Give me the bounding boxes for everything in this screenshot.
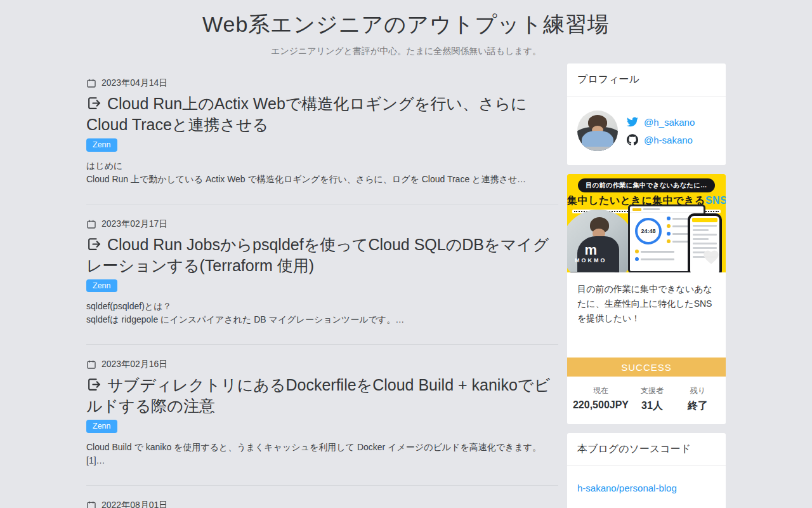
calendar-icon	[86, 359, 96, 370]
external-link-icon	[86, 377, 102, 396]
post-title-link[interactable]: サブディレクトリにあるDockerfileをCloud Build + kani…	[86, 375, 558, 415]
post-date: 2023年02月16日	[102, 359, 167, 370]
github-link[interactable]: @h-sakano	[627, 134, 695, 145]
posts-list: 2023年04月14日 Cloud Run上のActix Webで構造化ロギング…	[86, 64, 558, 508]
zenn-badge: Zenn	[86, 279, 117, 293]
post-title-link[interactable]: Cloud Run Jobsからpsqldefを使ってCloud SQLのDBを…	[86, 235, 558, 275]
post-item: 2023年02月17日 Cloud Run Jobsからpsqldefを使ってC…	[86, 204, 558, 345]
campaign-banner-image[interactable]: 目の前の作業に集中できないあなたに… 集中したいときに集中できるSNS MOKM…	[567, 174, 726, 272]
post-title-link[interactable]: Cloud Run上のActix Webで構造化ロギングを行い、さらにCloud…	[86, 94, 558, 134]
zenn-badge: Zenn	[86, 138, 117, 152]
source-heading: 本ブログのソースコード	[567, 433, 726, 466]
post-excerpt: はじめに Cloud Run 上で動かしている Actix Web で構造化ロギ…	[86, 159, 558, 186]
source-repo-link[interactable]: h-sakano/personal-blog	[577, 483, 677, 493]
page-title: Web系エンジニアのアウトプット練習場	[0, 10, 812, 39]
post-item: 2023年02月16日 サブディレクトリにあるDockerfileをCloud …	[86, 345, 558, 486]
excerpt-line: はじめに	[86, 159, 558, 173]
calendar-icon	[86, 78, 96, 88]
campaign-status-badge: SUCCESS	[567, 358, 726, 377]
avatar	[577, 110, 618, 151]
stat-remaining: 残り 終了	[675, 385, 721, 413]
campaign-stats: 現在 220,500JPY 支援者 31人 残り 終了	[567, 377, 726, 424]
post-date-row: 2022年08月01日	[86, 500, 558, 508]
excerpt-line: sqldefは ridgepole にインスパイアされた DB マイグレーション…	[86, 313, 558, 326]
banner-photo-area: MOKMO 24:48	[567, 211, 726, 272]
github-handle: @h-sakano	[644, 135, 693, 145]
campaign-description: 目の前の作業に集中できないあなたに、生産性向上に特化したSNSを提供したい！	[567, 272, 726, 337]
profile-heading: プロフィール	[567, 64, 726, 97]
external-link-icon	[86, 236, 102, 256]
post-date: 2023年02月17日	[102, 218, 167, 230]
post-date: 2023年04月14日	[102, 77, 167, 89]
banner-pill-text: 目の前の作業に集中できないあなたに…	[578, 178, 715, 192]
heart-icon[interactable]	[702, 248, 721, 269]
post-date-row: 2023年02月16日	[86, 359, 558, 370]
external-link-icon	[86, 95, 102, 115]
source-card: 本ブログのソースコード h-sakano/personal-blog	[567, 433, 726, 508]
calendar-icon	[86, 500, 96, 508]
excerpt-line: Cloud Build で kaniko を使用すると、うまくキャッシュを利用し…	[86, 441, 558, 467]
sidebar: プロフィール @h_sakano @h-sakano	[567, 64, 726, 508]
site-header: Web系エンジニアのアウトプット練習場 エンジニアリングと書評が中心。たまに全然…	[0, 0, 812, 57]
post-title-text: サブディレクトリにあるDockerfileをCloud Build + kani…	[86, 376, 550, 415]
post-date-row: 2023年04月14日	[86, 77, 558, 89]
profile-card: プロフィール @h_sakano @h-sakano	[567, 64, 726, 165]
stat-current: 現在 220,500JPY	[572, 385, 629, 413]
mokmo-logo-mark	[575, 245, 607, 255]
twitter-handle: @h_sakano	[644, 117, 695, 128]
excerpt-line: sqldef(psqldef)とは？	[86, 300, 558, 313]
post-excerpt: sqldef(psqldef)とは？ sqldefは ridgepole にイン…	[86, 300, 558, 326]
post-title-text: Cloud Run Jobsからpsqldefを使ってCloud SQLのDBを…	[86, 236, 549, 274]
post-item: 2023年04月14日 Cloud Run上のActix Webで構造化ロギング…	[86, 64, 558, 204]
content-container: 2023年04月14日 Cloud Run上のActix Webで構造化ロギング…	[86, 64, 726, 508]
stat-backers: 支援者 31人	[629, 385, 675, 413]
banner-headline-accent: SNS	[705, 195, 726, 206]
github-icon	[627, 134, 638, 145]
calendar-icon	[86, 219, 96, 229]
timer-display: 24:48	[635, 218, 662, 244]
post-title-text: Cloud Run上のActix Webで構造化ロギングを行い、さらにCloud…	[86, 95, 527, 133]
campaign-card[interactable]: 目の前の作業に集中できないあなたに… 集中したいときに集中できるSNS MOKM…	[567, 174, 726, 424]
post-excerpt: Cloud Build で kaniko を使用すると、うまくキャッシュを利用し…	[86, 441, 558, 467]
twitter-link[interactable]: @h_sakano	[627, 116, 695, 128]
post-date-row: 2023年02月17日	[86, 218, 558, 230]
twitter-icon	[627, 116, 638, 128]
zenn-badge: Zenn	[86, 420, 117, 433]
post-date: 2022年08月01日	[102, 500, 167, 508]
mokmo-logo: MOKMO	[575, 245, 607, 264]
post-item: 2022年08月01日 MOKMOのロゴの商標登録完了！商標登録完了までの道のり…	[86, 486, 558, 508]
excerpt-line: Cloud Run 上で動かしている Actix Web で構造化ロギングを行い…	[86, 173, 558, 186]
page-subtitle: エンジニアリングと書評が中心。たまに全然関係無い話もします。	[0, 46, 812, 57]
